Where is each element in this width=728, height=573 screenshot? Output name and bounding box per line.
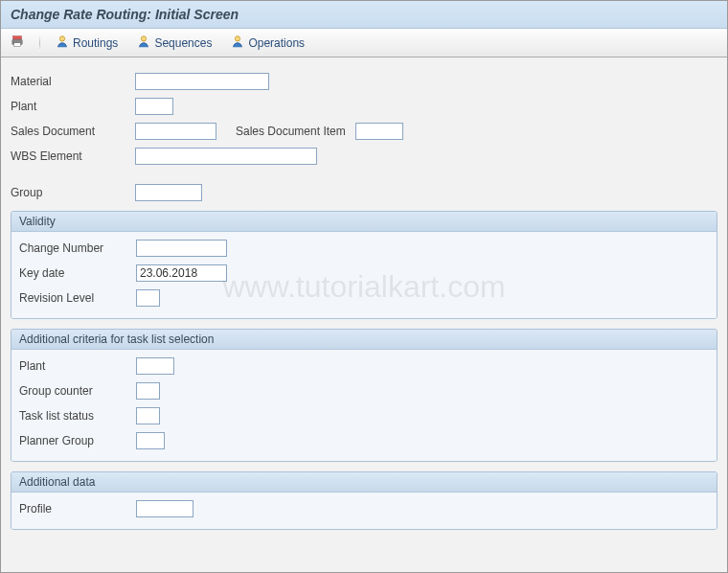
sequences-label: Sequences [154, 36, 212, 50]
print-icon [11, 34, 24, 51]
operations-button[interactable]: Operations [227, 33, 308, 53]
change-number-label: Change Number [19, 241, 136, 255]
toolbar: Routings Sequences Operations [1, 29, 727, 57]
svg-rect-0 [13, 36, 22, 40]
additional-group: Additional data Profile [11, 471, 717, 530]
criteria-plant-label: Plant [19, 359, 136, 373]
svg-rect-2 [14, 43, 21, 47]
toolbar-divider [39, 34, 40, 52]
criteria-group: Additional criteria for task list select… [11, 329, 717, 462]
additional-title: Additional data [11, 472, 717, 493]
group-label: Group [11, 186, 135, 199]
validity-title: Validity [11, 212, 717, 232]
routings-label: Routings [73, 36, 118, 50]
material-input[interactable] [135, 73, 269, 90]
validity-group: Validity Change Number Key date Revision… [11, 211, 717, 319]
key-date-input[interactable] [136, 264, 227, 282]
planner-input[interactable] [136, 432, 165, 449]
svg-point-5 [236, 36, 240, 41]
salesdocitem-input[interactable] [355, 123, 403, 140]
group-input[interactable] [135, 184, 202, 201]
operations-label: Operations [248, 36, 305, 50]
person-icon [137, 34, 150, 51]
material-label: Material [11, 75, 135, 88]
page-title: Change Rate Routing: Initial Screen [1, 1, 727, 29]
wbs-input[interactable] [135, 148, 317, 165]
criteria-title: Additional criteria for task list select… [11, 330, 717, 350]
form-area: Material Plant Sales Document Sales Docu… [1, 57, 727, 549]
svg-point-4 [142, 36, 147, 41]
revision-input[interactable] [136, 289, 160, 307]
salesdoc-input[interactable] [135, 123, 216, 140]
revision-label: Revision Level [19, 291, 136, 305]
key-date-label: Key date [19, 266, 136, 280]
plant-input[interactable] [135, 98, 173, 115]
profile-input[interactable] [136, 500, 193, 517]
status-label: Task list status [19, 409, 136, 423]
planner-label: Planner Group [19, 434, 136, 447]
salesdoc-label: Sales Document [11, 125, 135, 138]
routings-button[interactable]: Routings [52, 33, 122, 53]
profile-label: Profile [19, 502, 136, 516]
person-icon [56, 34, 69, 51]
wbs-label: WBS Element [11, 149, 135, 163]
group-counter-label: Group counter [19, 384, 136, 398]
criteria-plant-input[interactable] [136, 357, 174, 375]
plant-label: Plant [11, 100, 135, 113]
status-input[interactable] [136, 407, 160, 424]
sequences-button[interactable]: Sequences [133, 33, 216, 53]
person-icon [231, 34, 244, 51]
print-button[interactable] [7, 33, 28, 53]
change-number-input[interactable] [136, 240, 227, 257]
group-counter-input[interactable] [136, 382, 160, 400]
salesdocitem-label: Sales Document Item [236, 125, 346, 138]
svg-point-3 [59, 36, 64, 41]
